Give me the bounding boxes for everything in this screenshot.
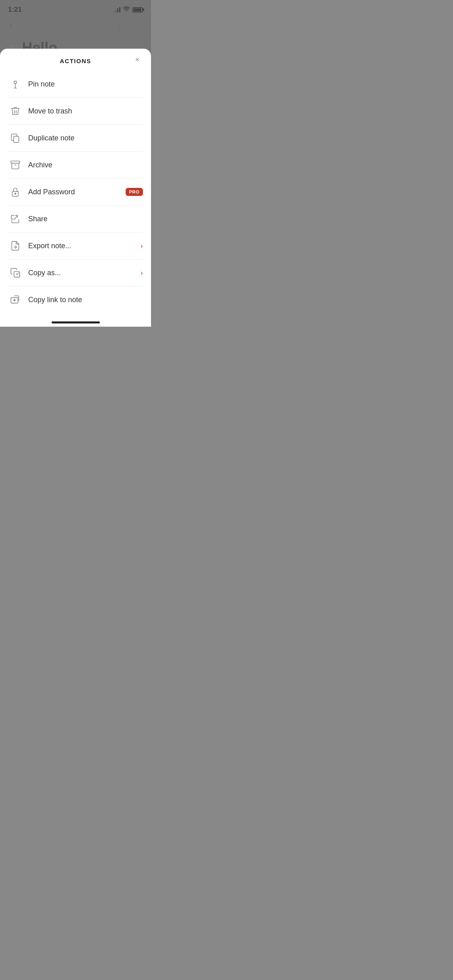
share-icon (8, 212, 23, 226)
export-note-chevron: › (141, 242, 143, 250)
export-note-label: Export note... (28, 242, 141, 250)
actions-title: ACTIONS (60, 58, 91, 64)
duplicate-note-label: Duplicate note (28, 134, 143, 142)
export-icon (8, 239, 23, 253)
pin-icon (8, 77, 23, 91)
copy-as-label: Copy as... (28, 269, 141, 277)
link-icon (8, 292, 23, 307)
actions-sheet: ACTIONS × Pin note Move to trash (0, 49, 151, 327)
svg-line-7 (14, 215, 18, 220)
action-add-password[interactable]: Add Password PRO (8, 179, 143, 206)
move-to-trash-label: Move to trash (28, 107, 143, 115)
archive-label: Archive (28, 161, 143, 169)
pro-badge: PRO (126, 188, 143, 196)
copy-icon (8, 266, 23, 280)
action-copy-link[interactable]: Copy link to note (8, 286, 143, 313)
action-share[interactable]: Share (8, 206, 143, 233)
lock-icon (8, 185, 23, 199)
svg-point-6 (14, 193, 16, 194)
svg-rect-4 (11, 161, 20, 163)
trash-icon (8, 104, 23, 118)
archive-icon (8, 158, 23, 172)
copy-as-chevron: › (141, 269, 143, 277)
action-move-to-trash[interactable]: Move to trash (8, 98, 143, 125)
actions-list: Pin note Move to trash Dup (0, 71, 151, 313)
actions-header: ACTIONS × (0, 49, 151, 71)
home-indicator (52, 321, 100, 323)
copy-link-label: Copy link to note (28, 296, 143, 304)
action-duplicate-note[interactable]: Duplicate note (8, 125, 143, 152)
duplicate-icon (8, 131, 23, 145)
pin-note-label: Pin note (28, 80, 143, 89)
action-copy-as[interactable]: Copy as... › (8, 259, 143, 286)
close-button[interactable]: × (132, 54, 143, 66)
action-pin-note[interactable]: Pin note (8, 71, 143, 98)
svg-rect-3 (14, 136, 19, 142)
add-password-label: Add Password (28, 188, 126, 196)
svg-point-0 (14, 81, 17, 84)
action-export-note[interactable]: Export note... › (8, 233, 143, 259)
share-label: Share (28, 215, 143, 223)
action-archive[interactable]: Archive (8, 152, 143, 179)
